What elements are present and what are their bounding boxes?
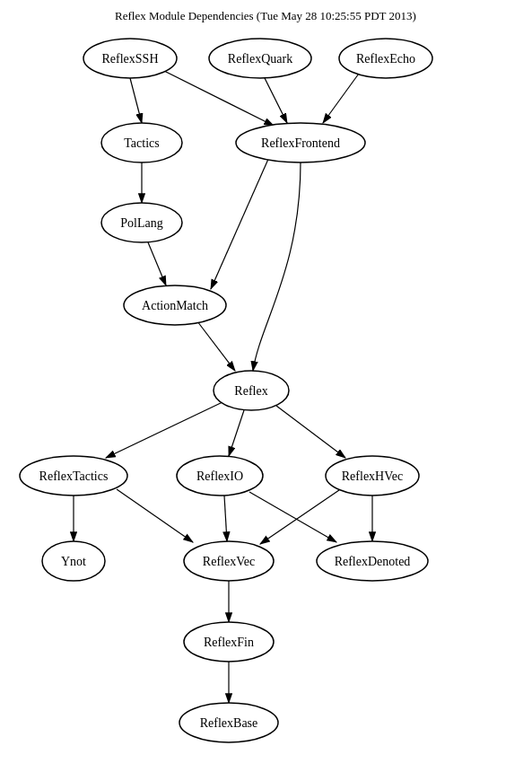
diagram-container: Reflex Module Dependencies (Tue May 28 1… xyxy=(0,0,532,772)
edge-reflex-reflextactics xyxy=(106,402,222,458)
node-reflex-label: Reflex xyxy=(234,384,267,398)
node-reflexbase-label: ReflexBase xyxy=(200,716,258,730)
node-reflexvec-label: ReflexVec xyxy=(203,555,255,568)
node-ynot-label: Ynot xyxy=(61,555,86,568)
dependency-graph: Reflex Module Dependencies (Tue May 28 1… xyxy=(0,0,532,772)
node-reflexquark-label: ReflexQuark xyxy=(228,52,292,66)
edge-reflexssh-tactics xyxy=(130,78,142,123)
edge-reflex-reflexhvec xyxy=(276,406,345,458)
edge-reflex-reflexio xyxy=(229,410,244,456)
edge-reflexecho-reflexfrontend xyxy=(323,67,363,123)
edge-reflexfrontend-actionmatch xyxy=(211,157,269,289)
node-pollang-label: PolLang xyxy=(120,216,162,230)
node-reflexdenoted-label: ReflexDenoted xyxy=(335,555,411,568)
node-reflextactics-label: ReflexTactics xyxy=(39,469,109,483)
edge-reflexquark-reflexfrontend xyxy=(265,78,287,123)
node-reflexfrontend-label: ReflexFrontend xyxy=(261,136,340,150)
node-reflexhvec-label: ReflexHVec xyxy=(342,469,403,483)
node-reflexfin-label: ReflexFin xyxy=(204,636,254,649)
edge-reflexhvec-reflexvec xyxy=(260,490,339,544)
node-reflexecho-label: ReflexEcho xyxy=(356,52,415,66)
node-tactics-label: Tactics xyxy=(124,136,159,150)
edge-reflextactics-reflexvec xyxy=(117,489,193,542)
edge-pollang-actionmatch xyxy=(148,242,166,285)
edge-reflexio-reflexdenoted xyxy=(249,492,336,542)
node-actionmatch-label: ActionMatch xyxy=(142,299,208,312)
edge-reflexfrontend-reflex xyxy=(253,162,301,371)
edge-reflexio-reflexvec xyxy=(224,496,227,541)
edge-actionmatch-reflex xyxy=(197,321,235,371)
diagram-title: Reflex Module Dependencies (Tue May 28 1… xyxy=(115,9,416,22)
node-reflexssh-label: ReflexSSH xyxy=(102,52,159,66)
node-reflexio-label: ReflexIO xyxy=(196,469,243,483)
